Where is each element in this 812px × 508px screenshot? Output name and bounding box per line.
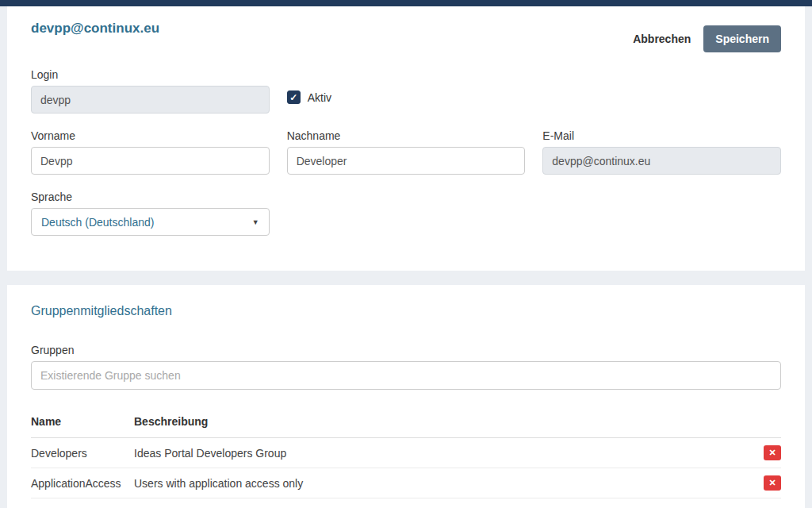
table-header-actions (754, 407, 781, 438)
aktiv-label: Aktiv (308, 91, 331, 104)
delete-group-button[interactable]: ✕ (764, 475, 781, 491)
top-navigation-bar (0, 0, 812, 6)
aktiv-checkbox[interactable]: ✓ (287, 90, 301, 104)
table-header-description: Beschreibung (134, 407, 754, 438)
page-title: devpp@continux.eu (31, 21, 159, 37)
email-label: E-Mail (542, 129, 781, 142)
login-input (31, 86, 270, 114)
delete-icon: ✕ (768, 448, 776, 457)
table-row: ApplicationAccess Users with application… (31, 468, 781, 498)
email-field-group: E-Mail (542, 114, 781, 175)
nachname-input[interactable] (287, 147, 526, 175)
delete-icon: ✕ (768, 479, 776, 487)
card-header: devpp@continux.eu Abbrechen Speichern (31, 19, 781, 52)
table-row: Developers Ideas Portal Developers Group… (31, 438, 781, 468)
selected-language: Deutsch (Deutschland) (41, 216, 154, 229)
cancel-button[interactable]: Abbrechen (628, 26, 695, 52)
group-memberships-card: Gruppenmitgliedschaften Gruppen Name Bes… (7, 285, 805, 508)
aktiv-field-group: ✓ Aktiv (287, 52, 526, 114)
nachname-label: Nachname (287, 129, 526, 142)
vorname-field-group: Vorname (31, 114, 270, 175)
vorname-label: Vorname (31, 129, 270, 142)
email-input (542, 147, 781, 175)
user-details-card: devpp@continux.eu Abbrechen Speichern Lo… (7, 6, 805, 271)
sprache-field-group: Sprache Deutsch (Deutschland) ▼ (31, 175, 270, 236)
spacer-cell (542, 52, 781, 114)
check-icon: ✓ (289, 92, 297, 103)
group-description-cell: Ideas Portal Developers Group (134, 438, 754, 468)
nachname-field-group: Nachname (287, 114, 526, 175)
save-button[interactable]: Speichern (703, 25, 781, 52)
group-name-cell: ApplicationAccess (31, 468, 134, 498)
table-header-row: Name Beschreibung (31, 407, 781, 438)
sprache-select[interactable]: Deutsch (Deutschland) ▼ (31, 208, 270, 236)
login-field-group: Login (31, 52, 270, 114)
header-actions: Abbrechen Speichern (628, 25, 781, 52)
chevron-down-icon: ▼ (252, 218, 259, 226)
login-label: Login (31, 68, 270, 81)
user-form-grid: Login ✓ Aktiv Vorname Nachname E-Mail Sp… (31, 52, 781, 236)
table-header-name: Name (31, 407, 134, 438)
vorname-input[interactable] (31, 147, 270, 175)
gruppen-label: Gruppen (31, 344, 781, 356)
delete-group-button[interactable]: ✕ (764, 445, 781, 460)
groups-table: Name Beschreibung Developers Ideas Porta… (31, 407, 781, 498)
group-description-cell: Users with application access only (134, 468, 754, 498)
group-name-cell: Developers (31, 438, 134, 468)
sprache-label: Sprache (31, 190, 270, 203)
group-search-input[interactable] (31, 361, 781, 390)
section-title: Gruppenmitgliedschaften (31, 304, 781, 318)
